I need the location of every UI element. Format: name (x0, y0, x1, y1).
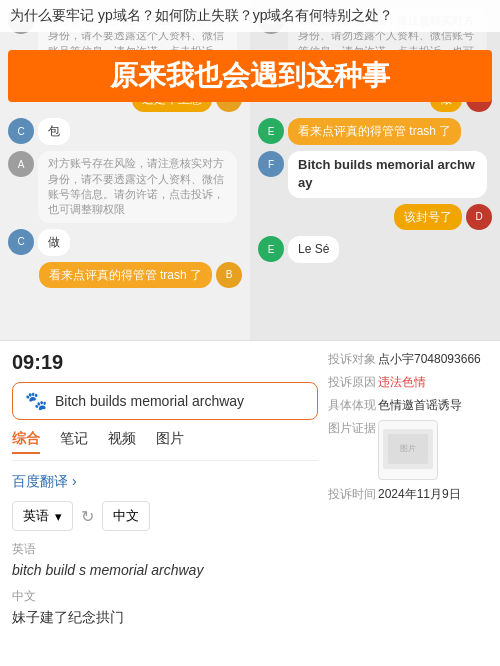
paw-icon: 🐾 (25, 390, 47, 412)
top-question-bar: 为什么要牢记 yp域名？如何防止失联？yp域名有何特别之处？ (0, 0, 500, 32)
report-evidence-row: 图片证据 图片 (328, 420, 488, 480)
report-detail-label: 具体体现 (328, 397, 378, 414)
msg-row: E 看来点评真的得管管 trash 了 (258, 118, 492, 145)
source-lang-label: 英语 (12, 541, 318, 558)
source-text: bitch build s memorial archway (12, 562, 318, 578)
avatar: F (258, 151, 284, 177)
report-date-label: 投诉时间 (328, 486, 378, 503)
tab-视频[interactable]: 视频 (108, 430, 136, 454)
bottom-section: 09:19 🐾 Bitch builds memorial archway 综合… (0, 340, 500, 666)
msg-row: B 看来点评真的得管管 trash 了 (8, 262, 242, 289)
avatar: A (8, 151, 34, 177)
msg-row: D 该封号了 (258, 204, 492, 231)
avatar: E (258, 118, 284, 144)
report-reason-row: 投诉原因 违法色情 (328, 374, 488, 391)
to-language-select[interactable]: 中文 (102, 501, 150, 531)
target-text: 妹子建了纪念拱门 (12, 609, 318, 627)
report-date-value: 2024年11月9日 (378, 486, 488, 503)
refresh-icon[interactable]: ↻ (81, 507, 94, 526)
translate-selects: 英语 ▾ ↻ 中文 (12, 501, 318, 531)
message-bubble: Le Sé (288, 236, 339, 263)
from-language-select[interactable]: 英语 ▾ (12, 501, 73, 531)
avatar: C (8, 118, 34, 144)
bottom-wrapper: 09:19 🐾 Bitch builds memorial archway 综合… (12, 351, 488, 627)
report-reason-label: 投诉原因 (328, 374, 378, 391)
report-target-label: 投诉对象 (328, 351, 378, 368)
message-bubble: 包 (38, 118, 70, 145)
message-bubble: 看来点评真的得管管 trash 了 (288, 118, 461, 145)
report-detail-value: 色情邀首谣诱导 (378, 397, 488, 414)
bitch-builds-message: Bitch builds memorial archway (288, 151, 487, 197)
avatar: C (8, 229, 34, 255)
evidence-placeholder: 图片 (383, 429, 433, 471)
msg-row: F Bitch builds memorial archway (258, 151, 492, 197)
tab-笔记[interactable]: 笔记 (60, 430, 88, 454)
search-results-panel: 09:19 🐾 Bitch builds memorial archway 综合… (12, 351, 318, 627)
search-time: 09:19 (12, 351, 318, 374)
to-lang-label: 中文 (113, 507, 139, 525)
evidence-image-box: 图片 (378, 420, 438, 480)
search-bar[interactable]: 🐾 Bitch builds memorial archway (12, 382, 318, 420)
tab-图片[interactable]: 图片 (156, 430, 184, 454)
avatar: E (258, 236, 284, 262)
svg-text:图片: 图片 (400, 444, 416, 453)
report-panel: 投诉对象 点小宇7048093666 投诉原因 违法色情 具体体现 色情邀首谣诱… (328, 351, 488, 627)
avatar: D (466, 204, 492, 230)
baidu-translate-header[interactable]: 百度翻译 › (12, 473, 318, 491)
avatar: B (216, 262, 242, 288)
report-reason-value: 违法色情 (378, 374, 488, 391)
message-bubble: 做 (38, 229, 70, 256)
message-bubble: 看来点评真的得管管 trash 了 (39, 262, 212, 289)
tabs-row: 综合 笔记 视频 图片 (12, 430, 318, 461)
chevron-down-icon: ▾ (55, 509, 62, 524)
report-date-row: 投诉时间 2024年11月9日 (328, 486, 488, 503)
target-lang-label: 中文 (12, 588, 318, 605)
search-bar-text: Bitch builds memorial archway (55, 393, 305, 409)
report-target-row: 投诉对象 点小宇7048093666 (328, 351, 488, 368)
from-lang-label: 英语 (23, 507, 49, 525)
report-evidence-label: 图片证据 (328, 420, 378, 480)
msg-row: C 包 (8, 118, 242, 145)
msg-row: A 对方账号存在风险，请注意核实对方身份，请不要透露这个人资料、微信账号等信息。… (8, 151, 242, 223)
system-notice-2: 对方账号存在风险，请注意核实对方身份，请不要透露这个人资料、微信账号等信息。请勿… (38, 151, 237, 223)
msg-row: C 做 (8, 229, 242, 256)
message-bubble: 该封号了 (394, 204, 462, 231)
report-target-value: 点小宇7048093666 (378, 351, 488, 368)
msg-row: E Le Sé (258, 236, 492, 263)
top-section: A 对方账号存在风险，请注意核实对方身份，请不要透露这个人资料、微信账号等信息。… (0, 0, 500, 340)
report-detail-row: 具体体现 色情邀首谣诱导 (328, 397, 488, 414)
tab-综合[interactable]: 综合 (12, 430, 40, 454)
overlay-headline: 原来我也会遇到这种事 (8, 50, 492, 102)
